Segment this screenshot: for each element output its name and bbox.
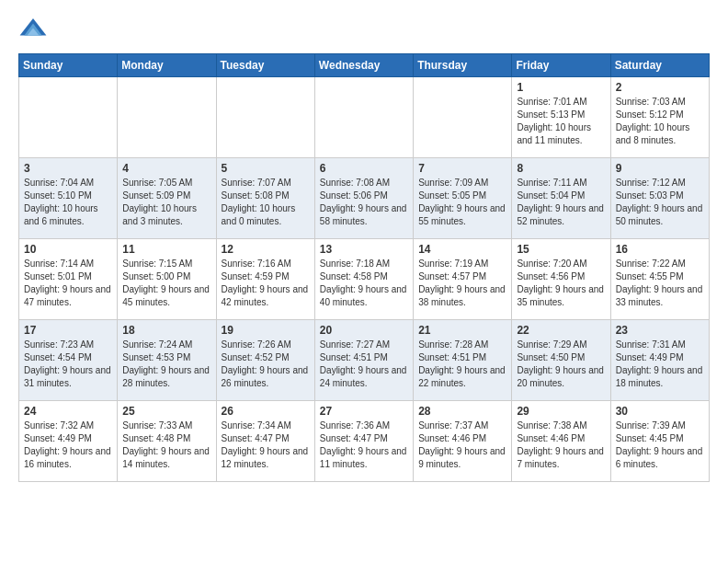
calendar-cell: 18Sunrise: 7:24 AM Sunset: 4:53 PM Dayli… — [118, 320, 216, 401]
calendar-cell — [414, 77, 512, 158]
calendar-day-header: Sunday — [19, 54, 118, 77]
calendar-cell: 17Sunrise: 7:23 AM Sunset: 4:54 PM Dayli… — [19, 320, 118, 401]
calendar-cell: 11Sunrise: 7:15 AM Sunset: 5:00 PM Dayli… — [118, 239, 216, 320]
day-number: 13 — [320, 243, 408, 256]
day-info: Sunrise: 7:38 AM Sunset: 4:46 PM Dayligh… — [517, 419, 605, 471]
calendar-cell: 7Sunrise: 7:09 AM Sunset: 5:05 PM Daylig… — [414, 158, 512, 239]
calendar-cell: 21Sunrise: 7:28 AM Sunset: 4:51 PM Dayli… — [414, 320, 512, 401]
calendar-cell: 27Sunrise: 7:36 AM Sunset: 4:47 PM Dayli… — [314, 401, 413, 482]
calendar-cell: 26Sunrise: 7:34 AM Sunset: 4:47 PM Dayli… — [216, 401, 314, 482]
day-info: Sunrise: 7:11 AM Sunset: 5:04 PM Dayligh… — [517, 177, 605, 228]
day-info: Sunrise: 7:08 AM Sunset: 5:06 PM Dayligh… — [320, 177, 408, 228]
day-number: 12 — [222, 243, 310, 256]
calendar-cell — [118, 77, 216, 158]
calendar-day-header: Monday — [118, 54, 216, 77]
calendar-cell — [19, 77, 118, 158]
calendar-cell: 9Sunrise: 7:12 AM Sunset: 5:03 PM Daylig… — [610, 158, 709, 239]
calendar-cell: 6Sunrise: 7:08 AM Sunset: 5:06 PM Daylig… — [314, 158, 413, 239]
calendar-week-row: 24Sunrise: 7:32 AM Sunset: 4:49 PM Dayli… — [19, 401, 710, 482]
calendar-day-header: Thursday — [414, 54, 512, 77]
day-number: 3 — [24, 162, 112, 175]
header — [18, 15, 710, 44]
day-number: 2 — [616, 81, 704, 94]
day-number: 19 — [222, 324, 310, 337]
day-number: 4 — [122, 162, 210, 175]
day-info: Sunrise: 7:07 AM Sunset: 5:08 PM Dayligh… — [222, 177, 310, 228]
calendar-week-row: 1Sunrise: 7:01 AM Sunset: 5:13 PM Daylig… — [19, 77, 710, 158]
day-number: 28 — [418, 405, 506, 418]
calendar-cell: 23Sunrise: 7:31 AM Sunset: 4:49 PM Dayli… — [610, 320, 709, 401]
day-info: Sunrise: 7:36 AM Sunset: 4:47 PM Dayligh… — [320, 419, 408, 471]
day-info: Sunrise: 7:29 AM Sunset: 4:50 PM Dayligh… — [517, 339, 605, 390]
day-info: Sunrise: 7:05 AM Sunset: 5:09 PM Dayligh… — [122, 177, 210, 228]
day-info: Sunrise: 7:39 AM Sunset: 4:45 PM Dayligh… — [616, 419, 704, 471]
calendar-table: SundayMondayTuesdayWednesdayThursdayFrid… — [18, 53, 710, 482]
day-number: 8 — [517, 162, 605, 175]
logo — [18, 15, 51, 44]
day-info: Sunrise: 7:15 AM Sunset: 5:00 PM Dayligh… — [122, 258, 210, 309]
day-number: 23 — [616, 324, 704, 337]
day-number: 6 — [320, 162, 408, 175]
calendar-cell — [314, 77, 413, 158]
day-info: Sunrise: 7:16 AM Sunset: 4:59 PM Dayligh… — [222, 258, 310, 309]
calendar-cell: 28Sunrise: 7:37 AM Sunset: 4:46 PM Dayli… — [414, 401, 512, 482]
calendar-day-header: Saturday — [610, 54, 709, 77]
day-number: 5 — [222, 162, 310, 175]
day-info: Sunrise: 7:20 AM Sunset: 4:56 PM Dayligh… — [517, 258, 605, 309]
calendar-cell — [216, 77, 314, 158]
calendar-day-header: Friday — [512, 54, 610, 77]
day-info: Sunrise: 7:26 AM Sunset: 4:52 PM Dayligh… — [222, 339, 310, 390]
calendar-cell: 8Sunrise: 7:11 AM Sunset: 5:04 PM Daylig… — [512, 158, 610, 239]
day-number: 29 — [517, 405, 605, 418]
day-info: Sunrise: 7:34 AM Sunset: 4:47 PM Dayligh… — [222, 419, 310, 471]
day-info: Sunrise: 7:18 AM Sunset: 4:58 PM Dayligh… — [320, 258, 408, 309]
calendar-cell: 24Sunrise: 7:32 AM Sunset: 4:49 PM Dayli… — [19, 401, 118, 482]
day-number: 24 — [24, 405, 112, 418]
day-info: Sunrise: 7:33 AM Sunset: 4:48 PM Dayligh… — [122, 419, 210, 471]
calendar-cell: 25Sunrise: 7:33 AM Sunset: 4:48 PM Dayli… — [118, 401, 216, 482]
calendar-week-row: 17Sunrise: 7:23 AM Sunset: 4:54 PM Dayli… — [19, 320, 710, 401]
day-number: 17 — [24, 324, 112, 337]
calendar-cell: 12Sunrise: 7:16 AM Sunset: 4:59 PM Dayli… — [216, 239, 314, 320]
day-info: Sunrise: 7:01 AM Sunset: 5:13 PM Dayligh… — [517, 96, 605, 147]
calendar-day-header: Tuesday — [216, 54, 314, 77]
day-number: 30 — [616, 405, 704, 418]
calendar-cell: 16Sunrise: 7:22 AM Sunset: 4:55 PM Dayli… — [610, 239, 709, 320]
day-info: Sunrise: 7:14 AM Sunset: 5:01 PM Dayligh… — [24, 258, 112, 309]
calendar-cell: 15Sunrise: 7:20 AM Sunset: 4:56 PM Dayli… — [512, 239, 610, 320]
day-info: Sunrise: 7:24 AM Sunset: 4:53 PM Dayligh… — [122, 339, 210, 390]
day-number: 18 — [122, 324, 210, 337]
page: SundayMondayTuesdayWednesdayThursdayFrid… — [0, 0, 728, 497]
day-info: Sunrise: 7:22 AM Sunset: 4:55 PM Dayligh… — [616, 258, 704, 309]
day-number: 22 — [517, 324, 605, 337]
day-number: 7 — [418, 162, 506, 175]
logo-icon — [18, 15, 48, 44]
calendar-week-row: 10Sunrise: 7:14 AM Sunset: 5:01 PM Dayli… — [19, 239, 710, 320]
calendar-header-row: SundayMondayTuesdayWednesdayThursdayFrid… — [19, 54, 710, 77]
calendar-cell: 1Sunrise: 7:01 AM Sunset: 5:13 PM Daylig… — [512, 77, 610, 158]
day-info: Sunrise: 7:31 AM Sunset: 4:49 PM Dayligh… — [616, 339, 704, 390]
calendar-cell: 22Sunrise: 7:29 AM Sunset: 4:50 PM Dayli… — [512, 320, 610, 401]
day-info: Sunrise: 7:28 AM Sunset: 4:51 PM Dayligh… — [418, 339, 506, 390]
day-number: 25 — [122, 405, 210, 418]
calendar-cell: 20Sunrise: 7:27 AM Sunset: 4:51 PM Dayli… — [314, 320, 413, 401]
calendar-cell: 10Sunrise: 7:14 AM Sunset: 5:01 PM Dayli… — [19, 239, 118, 320]
calendar-cell: 19Sunrise: 7:26 AM Sunset: 4:52 PM Dayli… — [216, 320, 314, 401]
day-number: 21 — [418, 324, 506, 337]
calendar-cell: 14Sunrise: 7:19 AM Sunset: 4:57 PM Dayli… — [414, 239, 512, 320]
day-info: Sunrise: 7:19 AM Sunset: 4:57 PM Dayligh… — [418, 258, 506, 309]
calendar-day-header: Wednesday — [314, 54, 413, 77]
day-info: Sunrise: 7:12 AM Sunset: 5:03 PM Dayligh… — [616, 177, 704, 228]
day-info: Sunrise: 7:23 AM Sunset: 4:54 PM Dayligh… — [24, 339, 112, 390]
day-number: 11 — [122, 243, 210, 256]
calendar-cell: 13Sunrise: 7:18 AM Sunset: 4:58 PM Dayli… — [314, 239, 413, 320]
day-number: 9 — [616, 162, 704, 175]
day-info: Sunrise: 7:32 AM Sunset: 4:49 PM Dayligh… — [24, 419, 112, 471]
day-number: 27 — [320, 405, 408, 418]
day-info: Sunrise: 7:04 AM Sunset: 5:10 PM Dayligh… — [24, 177, 112, 228]
day-number: 16 — [616, 243, 704, 256]
calendar-week-row: 3Sunrise: 7:04 AM Sunset: 5:10 PM Daylig… — [19, 158, 710, 239]
day-number: 1 — [517, 81, 605, 94]
day-info: Sunrise: 7:37 AM Sunset: 4:46 PM Dayligh… — [418, 419, 506, 471]
calendar-cell: 2Sunrise: 7:03 AM Sunset: 5:12 PM Daylig… — [610, 77, 709, 158]
